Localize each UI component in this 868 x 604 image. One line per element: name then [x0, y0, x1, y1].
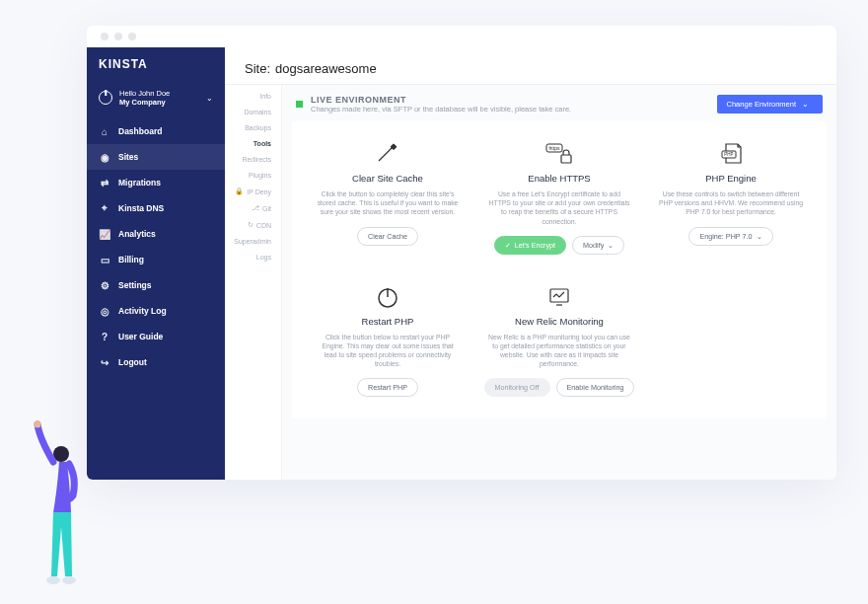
nav-item-migrations[interactable]: ⇄Migrations [87, 170, 225, 195]
dns-icon: ⌖ [99, 202, 110, 214]
nav-item-kinsta-dns[interactable]: ⌖Kinsta DNS [87, 195, 225, 221]
chart-icon: 📈 [99, 228, 110, 240]
https-icon: https [544, 141, 574, 167]
monitor-icon [544, 284, 574, 310]
restart-php-button[interactable]: Restart PHP [357, 378, 418, 397]
subnav-item-superadmin[interactable]: Superadmin [232, 236, 281, 247]
power-icon [373, 284, 402, 310]
maximize-dot[interactable] [128, 33, 136, 40]
card-title: Clear Site Cache [352, 173, 423, 184]
subnav-label: Plugins [249, 172, 271, 179]
check-icon: ✓ [505, 241, 511, 250]
subnav-item-backups[interactable]: Backups [243, 122, 281, 133]
enable-monitoring-button[interactable]: Enable Monitoring [556, 378, 635, 397]
site-subnav: InfoDomainsBackupsToolsRedirectsPlugins🔒… [225, 85, 282, 480]
nav-item-dashboard[interactable]: ⌂Dashboard [87, 118, 225, 144]
subnav-label: Info [259, 93, 271, 100]
user-switcher[interactable]: Hello John Doe My Company ⌄ [87, 83, 225, 118]
subnav-item-git[interactable]: ⎇Git [250, 202, 281, 214]
home-icon: ⌂ [99, 125, 110, 137]
subnav-label: Superadmin [234, 238, 271, 245]
wand-icon [373, 141, 402, 167]
svg-line-0 [379, 147, 393, 161]
nav-item-analytics[interactable]: 📈Analytics [87, 221, 225, 247]
nav-label: Settings [118, 280, 152, 290]
subnav-item-tools[interactable]: Tools [252, 138, 281, 149]
primary-nav: ⌂Dashboard◉Sites⇄Migrations⌖Kinsta DNS📈A… [87, 118, 225, 375]
minimize-dot[interactable] [114, 33, 122, 40]
engine-php-7-0-button[interactable]: Engine: PHP 7.0⌄ [688, 227, 772, 246]
let-s-encrypt-button[interactable]: ✓Let's Encrypt [494, 236, 566, 255]
card-title: Enable HTTPS [528, 173, 590, 184]
chevron-down-icon: ⌄ [802, 100, 809, 109]
subnav-label: Logs [256, 254, 271, 261]
logout-icon: ↪ [99, 356, 110, 368]
nav-label: User Guide [118, 332, 163, 341]
app-window: KINSTA Hello John Doe My Company ⌄ ⌂Dash… [87, 26, 836, 480]
nav-item-sites[interactable]: ◉Sites [87, 144, 225, 170]
card-restart-php: Restart PHPClick the button below to res… [302, 270, 473, 414]
card-description: Click the button to completely clear thi… [312, 189, 464, 217]
gear-icon: ⚙ [99, 279, 110, 291]
button-label: Restart PHP [368, 383, 407, 392]
subnav-item-domains[interactable]: Domains [242, 107, 281, 117]
close-dot[interactable] [101, 33, 108, 40]
button-label: Clear Cache [368, 232, 407, 241]
card-actions: ✓Let's EncryptModify⌄ [494, 236, 625, 255]
chevron-down-icon: ⌄ [608, 241, 614, 250]
modify-button[interactable]: Modify⌄ [572, 236, 624, 255]
nav-label: Kinsta DNS [118, 203, 164, 213]
chevron-down-icon: ⌄ [757, 232, 762, 241]
subnav-item-ip-deny[interactable]: 🔒IP Deny [233, 186, 281, 197]
nav-item-logout[interactable]: ↪Logout [87, 349, 225, 375]
card-title: PHP Engine [705, 173, 757, 184]
clear-cache-button[interactable]: Clear Cache [357, 227, 418, 246]
cdn-icon: ↻ [248, 221, 253, 229]
power-icon [373, 284, 402, 310]
main-area: Site: dogsareawesome InfoDomainsBackupsT… [225, 47, 836, 480]
monitor-icon [544, 284, 574, 310]
nav-label: Billing [118, 255, 144, 264]
subnav-item-plugins[interactable]: Plugins [247, 170, 281, 181]
php-icon: PHP [716, 141, 746, 167]
git-icon: ⎇ [252, 204, 259, 212]
nav-label: Dashboard [118, 126, 162, 136]
card-new-relic: New Relic MonitoringNew Relic is a PHP m… [473, 270, 645, 414]
subnav-item-redirects[interactable]: Redirects [240, 154, 281, 165]
user-company: My Company [119, 98, 170, 107]
nav-item-billing[interactable]: ▭Billing [87, 247, 225, 272]
env-status-indicator [296, 101, 303, 108]
globe-icon: ◉ [99, 151, 110, 163]
window-controls [87, 26, 836, 47]
page-header: Site: dogsareawesome [225, 47, 836, 85]
button-label: Enable Monitoring [567, 383, 624, 392]
svg-point-14 [62, 576, 76, 584]
subnav-label: Domains [244, 109, 271, 115]
wand-icon [373, 141, 402, 167]
card-enable-https: httpsEnable HTTPSUse a free Let's Encryp… [473, 127, 645, 270]
monitoring-off-button[interactable]: Monitoring Off [484, 378, 550, 397]
title-prefix: Site: [245, 61, 270, 76]
brand-logo: KINSTA [87, 57, 225, 83]
nav-item-settings[interactable]: ⚙Settings [87, 272, 225, 298]
button-label: Engine: PHP 7.0 [699, 232, 752, 241]
card-icon: ▭ [99, 254, 110, 265]
subnav-item-cdn[interactable]: ↻CDN [246, 219, 281, 231]
subnav-label: Backups [245, 124, 271, 131]
card-description: Click the button below to restart your P… [312, 333, 464, 369]
svg-point-13 [46, 576, 60, 584]
card-description: New Relic is a PHP monitoring tool you c… [483, 333, 635, 369]
https-icon: https [544, 141, 574, 167]
card-actions: Clear Cache [357, 227, 418, 246]
subnav-item-info[interactable]: Info [257, 91, 281, 102]
svg-rect-9 [550, 289, 568, 302]
nav-item-activity-log[interactable]: ◎Activity Log [87, 298, 225, 324]
nav-label: Sites [118, 152, 138, 162]
change-environment-button[interactable]: Change Environment ⌄ [717, 95, 823, 113]
svg-text:PHP: PHP [724, 152, 733, 157]
nav-item-user-guide[interactable]: ?User Guide [87, 324, 225, 349]
chevron-down-icon: ⌄ [206, 94, 213, 103]
subnav-item-logs[interactable]: Logs [254, 252, 281, 263]
subnav-label: Git [262, 205, 271, 212]
decorative-person-illustration [24, 418, 93, 596]
